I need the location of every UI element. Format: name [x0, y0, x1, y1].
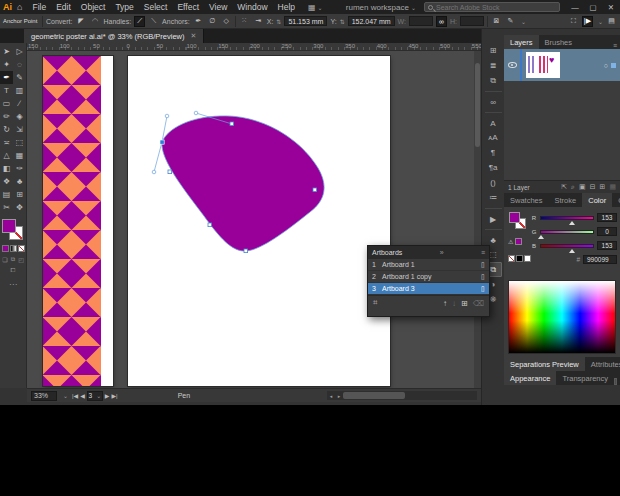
panel-menu-icon[interactable]: ≡ — [481, 249, 485, 256]
rearrange-artboards-icon[interactable]: ⌗ — [373, 298, 378, 308]
line-segment-tool[interactable]: ∕ — [13, 97, 26, 110]
layer-thumbnail[interactable]: ♥ — [526, 52, 560, 78]
menu-effect[interactable]: Effect — [172, 2, 204, 12]
slider-track-b[interactable] — [540, 244, 594, 248]
close-document-icon[interactable]: ✕ — [191, 32, 197, 40]
layer-row[interactable]: ♥ ○ — [504, 49, 620, 81]
eyedropper-tool[interactable]: ✑ — [13, 162, 26, 175]
lasso-tool[interactable]: ◌ — [13, 58, 26, 71]
artboards-panel-header[interactable]: Artboards » ≡ — [368, 246, 489, 259]
pathfinder-panel-icon[interactable]: ⧉ — [485, 73, 502, 88]
stock-search[interactable] — [424, 2, 560, 12]
menu-select[interactable]: Select — [139, 2, 173, 12]
screen-mode-icon[interactable]: ⧠ — [10, 266, 17, 274]
width-tool[interactable]: ≍ — [0, 136, 13, 149]
arrange-documents-icon[interactable]: ▦⌄ — [300, 3, 326, 12]
shaper-tool[interactable]: ◈ — [13, 110, 26, 123]
delete-layer-icon[interactable]: ▦ — [609, 183, 616, 191]
next-artboard-button[interactable]: ▶ — [105, 392, 110, 399]
scroll-left-icon[interactable]: ◂ — [327, 393, 335, 399]
x-stepper[interactable]: ⇅ — [276, 18, 281, 25]
artboard-3[interactable] — [128, 56, 390, 386]
scroll-right-icon[interactable]: ▸ — [335, 393, 343, 399]
new-layer-icon[interactable]: ⊞ — [600, 183, 606, 191]
draw-behind-icon[interactable]: ⧉ — [10, 255, 17, 263]
fill-stroke-control[interactable] — [1, 218, 25, 242]
scrollbar-thumb[interactable] — [343, 392, 405, 399]
blend-tool[interactable]: ❖ — [0, 175, 13, 188]
tabs-panel-icon[interactable]: () — [485, 175, 502, 190]
fill-swatch-mini[interactable] — [509, 212, 520, 223]
home-icon[interactable]: ⌂ — [16, 2, 27, 12]
slider-track-g[interactable] — [540, 230, 594, 234]
rotate-tool[interactable]: ↻ — [0, 123, 13, 136]
remove-anchor-icon[interactable]: ✒ — [193, 16, 204, 27]
draw-normal-icon[interactable]: ❏ — [2, 255, 9, 263]
delete-artboard-icon[interactable]: ⌫ — [473, 299, 484, 308]
tab-separations-preview[interactable]: Separations Preview — [504, 357, 585, 371]
preferences-icon[interactable]: |▶ — [582, 16, 593, 27]
y-stepper[interactable]: ⇅ — [340, 18, 345, 25]
direct-selection-tool[interactable]: ▷ — [13, 45, 26, 58]
none-swatch[interactable] — [508, 255, 515, 262]
links-panel-icon[interactable]: ∞ — [485, 91, 502, 109]
new-sublayer-icon[interactable]: ⊟ — [590, 183, 596, 191]
menu-file[interactable]: File — [27, 2, 51, 12]
x-value-field[interactable]: 51.153 mm — [284, 16, 327, 26]
none-button[interactable] — [18, 245, 25, 252]
artboard-row-3[interactable]: 3Artboard 3▯ — [368, 283, 489, 295]
edit-toolbar-icon[interactable]: ⋯ — [9, 280, 17, 289]
convert-to-corner-icon[interactable]: ◤ — [75, 16, 86, 27]
locate-object-icon[interactable]: ⌕ — [571, 183, 575, 191]
move-up-icon[interactable]: ↑ — [443, 299, 447, 308]
first-artboard-button[interactable]: |◀ — [72, 392, 78, 399]
slider-value-field[interactable]: 153 — [597, 213, 617, 222]
page-icon[interactable]: ▯ — [477, 273, 489, 281]
selection-square-icon[interactable] — [611, 63, 616, 68]
magic-wand-tool[interactable]: ✦ — [0, 58, 13, 71]
tab-gradient[interactable]: Gradient — [612, 193, 620, 207]
search-input[interactable] — [433, 4, 543, 11]
pencil-tool[interactable]: ✏ — [0, 110, 13, 123]
collapse-icon[interactable]: » — [440, 249, 444, 256]
vertical-scrollbar[interactable] — [474, 51, 481, 388]
character-panel-icon[interactable]: A — [485, 112, 502, 130]
canvas[interactable]: 1501005005010015020025030035040045050055… — [27, 43, 481, 388]
tab-appearance[interactable]: Appearance — [504, 371, 556, 385]
y-value-field[interactable]: 152.047 mm — [348, 16, 395, 26]
draw-inside-icon[interactable]: ◰ — [18, 255, 25, 263]
mesh-tool[interactable]: ▦ — [13, 149, 26, 162]
move-down-icon[interactable]: ↓ — [452, 299, 456, 308]
connect-anchor-icon[interactable]: ∅ — [207, 16, 218, 27]
selection-tool[interactable]: ➤ — [0, 45, 13, 58]
triangle-pattern-artwork[interactable] — [43, 56, 101, 386]
link-dimensions-icon[interactable]: ∞ — [436, 16, 447, 27]
tab-color[interactable]: Color — [582, 193, 612, 207]
slider-thumb[interactable] — [538, 235, 544, 239]
make-clipping-mask-icon[interactable]: ▣ — [579, 183, 586, 191]
paintbrush-tool[interactable]: ✎ — [13, 71, 26, 84]
scrollbar-thumb[interactable] — [475, 63, 480, 147]
slice-tool[interactable]: ✂ — [0, 201, 13, 214]
blob-shape[interactable] — [162, 116, 324, 251]
menu-help[interactable]: Help — [273, 2, 300, 12]
fill-swatch[interactable] — [2, 219, 16, 233]
style-menu-icon[interactable]: ✎ — [505, 16, 516, 27]
opentype-panel-icon[interactable]: ≔ — [485, 190, 502, 205]
tab-swatches[interactable]: Swatches — [504, 193, 549, 207]
workspace-switcher[interactable]: rumen workspace⌄ — [346, 3, 416, 12]
h-value-field[interactable] — [460, 16, 484, 26]
transform-panel-icon[interactable]: ⊞ — [485, 43, 502, 58]
slider-track-r[interactable] — [540, 216, 594, 220]
document-tab[interactable]: geometric poster ai.ai* @ 33% (RGB/Previ… — [24, 29, 204, 43]
touch-type-tool[interactable]: ▥ — [13, 84, 26, 97]
artboard-name[interactable]: Artboard 1 copy — [382, 273, 477, 280]
panel-menu-icon[interactable]: ▤ — [606, 16, 617, 27]
transform-icon[interactable]: ⊠ — [491, 16, 502, 27]
slider-thumb[interactable] — [569, 221, 575, 225]
zoom-dropdown-icon[interactable]: ⌄ — [61, 392, 68, 399]
tab-transparency[interactable]: Transparency — [556, 371, 614, 385]
column-graph-tool[interactable]: ▤ — [0, 188, 13, 201]
artboard-name[interactable]: Artboard 3 — [382, 285, 477, 292]
new-artboard-icon[interactable]: ⊞ — [461, 299, 468, 308]
